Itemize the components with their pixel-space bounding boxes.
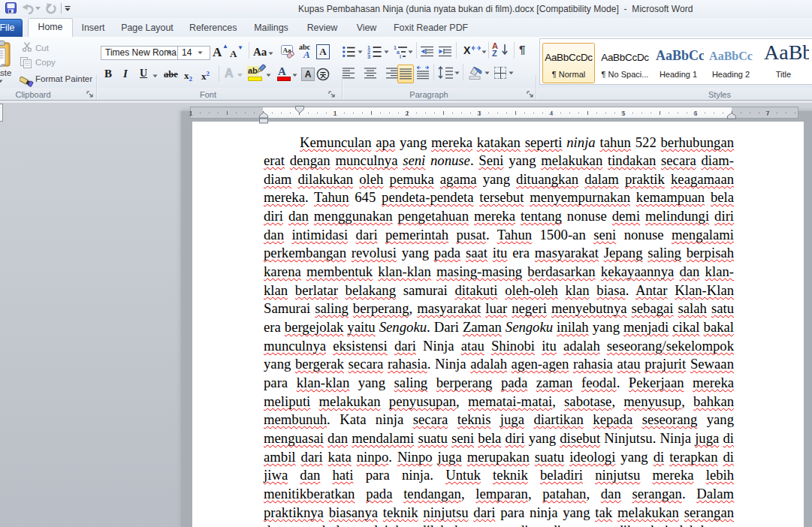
svg-text:3: 3 bbox=[367, 53, 370, 59]
svg-text:i: i bbox=[400, 54, 401, 59]
